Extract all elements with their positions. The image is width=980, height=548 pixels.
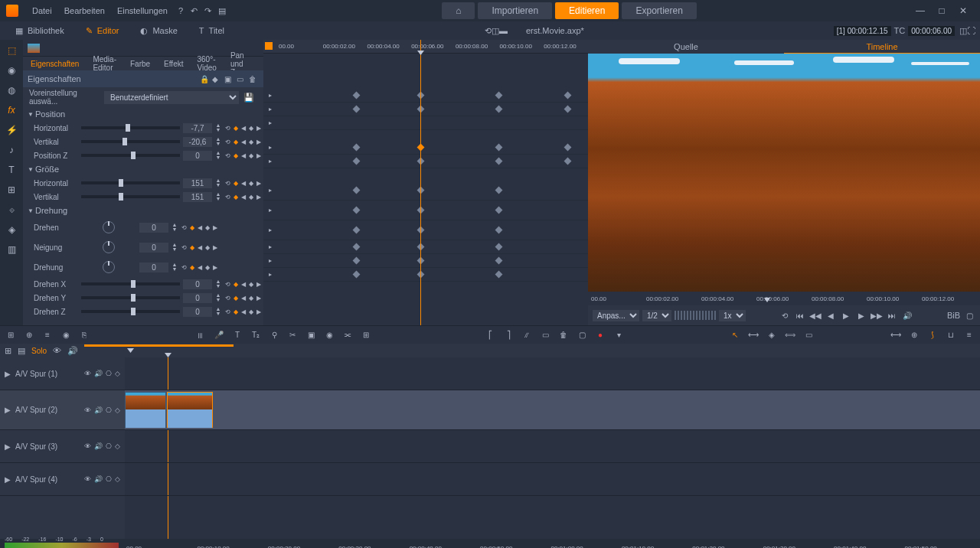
track-4[interactable] xyxy=(125,463,980,496)
keyframe-panel[interactable]: 00.00 00:00:02.00 00:00:04.00 00:00:06.0… xyxy=(263,40,588,325)
layout-icon[interactable]: ▬ xyxy=(499,26,508,35)
kf-add-icon[interactable]: ◀ xyxy=(240,125,247,132)
kf-icon[interactable]: ◀ xyxy=(240,139,247,145)
kf-icon[interactable]: ◆ xyxy=(247,295,254,302)
kf-icon[interactable]: ◆ xyxy=(232,295,239,302)
fullscreen-icon[interactable]: ⛶ xyxy=(967,26,975,35)
undo-icon[interactable]: ↶ xyxy=(188,6,201,16)
eye-icon[interactable]: 👁 xyxy=(84,406,91,414)
proptab-color[interactable]: Farbe xyxy=(127,60,153,68)
tl-tool-razor[interactable]: ✂ xyxy=(286,331,299,339)
stepper-rot-d[interactable]: ▲▼ xyxy=(172,223,178,232)
kf-next-icon[interactable]: ▶ xyxy=(255,125,262,132)
tl-tool-out[interactable]: ⎤ xyxy=(502,331,514,339)
tl-tool-split[interactable]: ⫽ xyxy=(521,331,533,339)
kf-icon[interactable]: ▶ xyxy=(211,264,218,271)
eye-icon[interactable]: 👁 xyxy=(84,475,91,483)
expand-icon[interactable]: ▸ xyxy=(263,187,277,194)
sidebar-marker-icon[interactable]: ◈ xyxy=(5,223,18,236)
menu-edit[interactable]: Bearbeiten xyxy=(58,6,111,15)
save-preset-icon[interactable]: 💾 xyxy=(243,93,257,103)
sidebar-transition-icon[interactable]: ⚡ xyxy=(5,124,18,136)
keyframe-marker[interactable] xyxy=(564,158,572,165)
speaker-icon[interactable]: 🔊 xyxy=(94,442,103,450)
tl-tool-chain[interactable]: ⫘ xyxy=(341,331,354,339)
timecode-duration[interactable]: 00:00:06.00 xyxy=(908,26,955,36)
tl-tool-rect[interactable]: ▢ xyxy=(576,331,588,339)
value-rot-r[interactable]: 0 xyxy=(139,263,168,272)
slider-rot-z[interactable] xyxy=(81,310,180,313)
preview-speed-select[interactable]: 1x xyxy=(719,310,746,321)
keyframe-marker[interactable] xyxy=(353,144,361,152)
kf-icon[interactable]: ◆ xyxy=(232,308,239,315)
preview-tab-timeline[interactable]: Timeline xyxy=(784,41,980,54)
tl-tool-pointer[interactable]: ↖ xyxy=(729,331,741,339)
kf-icon[interactable]: ▶ xyxy=(211,244,218,251)
go-end-icon[interactable]: ⏭ xyxy=(886,312,898,320)
kf-icon[interactable]: ⟲ xyxy=(224,152,231,159)
proptab-properties[interactable]: Eigenschaften xyxy=(28,60,82,68)
sidebar-link-icon[interactable]: ⟐ xyxy=(5,204,18,216)
kf-icon[interactable]: ◆ xyxy=(232,180,239,187)
kf-icon[interactable]: ◆ xyxy=(247,139,254,145)
knob-rot-n[interactable] xyxy=(103,241,115,253)
speaker-icon[interactable]: 🔊 xyxy=(94,406,103,414)
timecode-in[interactable]: [1] 00:00:12.15 xyxy=(834,26,891,36)
expand-icon[interactable]: ▸ xyxy=(263,227,277,233)
kf-icon[interactable]: ◇ xyxy=(115,475,120,483)
tl-tool-slide[interactable]: ⟺ xyxy=(784,331,796,339)
keyframe-marker[interactable] xyxy=(495,158,503,165)
kf-icon[interactable]: ◀ xyxy=(196,264,203,271)
tl-tool-grid[interactable]: ⊞ xyxy=(360,331,372,339)
kf-icon[interactable]: ▶ xyxy=(211,224,218,231)
sidebar-scope-icon[interactable]: ▥ xyxy=(5,243,18,256)
preview-tab-source[interactable]: Quelle xyxy=(588,41,784,53)
slider-rot-x[interactable] xyxy=(81,282,180,285)
bib-label[interactable]: BiB xyxy=(947,311,960,320)
keyframe-marker[interactable] xyxy=(495,271,503,279)
kf-reset-icon[interactable]: ⟲ xyxy=(224,125,231,132)
tab-library[interactable]: ▦Bibliothek xyxy=(5,21,75,40)
tl-headers-icon[interactable]: ⊞ xyxy=(5,346,11,356)
mode-import[interactable]: Importieren xyxy=(478,2,552,19)
value-pos-v[interactable]: -20,6 xyxy=(183,137,212,147)
expand-icon[interactable]: ▸ xyxy=(263,158,277,165)
slider-pos-z[interactable] xyxy=(81,154,180,157)
keyframe-marker[interactable] xyxy=(353,271,361,279)
tl-tool-copy[interactable]: ⎘ xyxy=(78,331,90,339)
kf-icon[interactable]: ⟲ xyxy=(224,180,231,187)
keyframe-marker[interactable] xyxy=(495,243,503,251)
stepper-size-h[interactable]: ▲▼ xyxy=(215,178,221,188)
tl-tool-zoom[interactable]: ⊕ xyxy=(908,331,920,339)
lock-icon[interactable]: 🔒 xyxy=(200,75,210,83)
image-icon[interactable]: ▭ xyxy=(237,75,247,83)
knob-rot-r[interactable] xyxy=(103,261,115,273)
tl-tool-mic[interactable]: 🎤 xyxy=(213,331,225,339)
kf-icon[interactable]: ◆ xyxy=(247,281,254,288)
kf-icon[interactable]: ⟲ xyxy=(181,244,188,251)
tl-tool-more[interactable]: ▾ xyxy=(612,331,625,339)
preview-fit-select[interactable]: Anpas... xyxy=(593,310,639,321)
kf-icon[interactable]: ◆ xyxy=(232,139,239,145)
window-minimize[interactable]: — xyxy=(910,5,931,16)
preview-ruler[interactable]: 00.00 00:00:02.00 00:00:04.00 00:00:06.0… xyxy=(588,292,980,305)
slider-size-v[interactable] xyxy=(81,195,180,198)
preview-zoom-select[interactable]: 1/2 xyxy=(642,310,671,321)
kf-icon[interactable]: ◀ xyxy=(240,194,247,201)
slider-pos-h[interactable] xyxy=(81,126,180,129)
kf-icon[interactable]: ◆ xyxy=(247,180,254,187)
kf-icon[interactable]: ◆ xyxy=(204,244,211,251)
track-header-3[interactable]: ▶A/V Spur (3)👁🔊⎔◇ xyxy=(0,430,125,463)
slider-rot-y[interactable] xyxy=(81,296,180,299)
keyframe-marker[interactable] xyxy=(353,257,361,265)
tab-mask[interactable]: ◐Maske xyxy=(129,21,188,40)
tl-solo-icon[interactable]: ▤ xyxy=(18,346,25,356)
kf-icon[interactable]: ◀ xyxy=(240,308,247,315)
stepper-rot-n[interactable]: ▲▼ xyxy=(172,243,178,252)
kf-icon[interactable]: ◆ xyxy=(232,152,239,159)
kf-icon[interactable]: ▶ xyxy=(255,180,262,187)
kf-icon[interactable]: ◀ xyxy=(240,180,247,187)
kf-icon[interactable]: ◆ xyxy=(232,281,239,288)
speaker-icon[interactable]: 🔊 xyxy=(94,370,103,377)
tl-tool-marker[interactable]: ◉ xyxy=(60,331,72,339)
